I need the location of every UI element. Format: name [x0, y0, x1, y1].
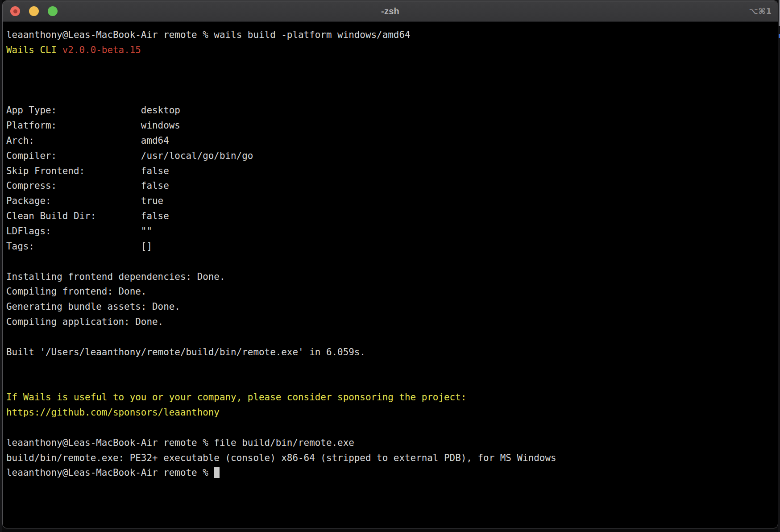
terminal-line: App Type: desktop [6, 103, 774, 118]
terminal-text: If Wails is useful to you or your compan… [6, 392, 466, 403]
terminal-text: leaanthony@Leas-MacBook-Air remote % [6, 467, 214, 478]
close-button[interactable] [10, 6, 20, 16]
terminal-text: Arch: amd64 [6, 135, 169, 146]
terminal-text: Compiling application: Done. [6, 316, 163, 327]
terminal-text: Installing frontend dependencies: Done. [6, 271, 225, 282]
terminal-line: If Wails is useful to you or your compan… [6, 390, 774, 405]
close-dot-icon [13, 9, 17, 13]
terminal-text: LDFlags: "" [6, 226, 152, 237]
terminal-line: leaanthony@Leas-MacBook-Air remote % [6, 466, 774, 481]
terminal-cursor [214, 467, 220, 478]
terminal-line: Clean Build Dir: false [6, 209, 774, 224]
terminal-line: Package: true [6, 194, 774, 209]
terminal-line: Arch: amd64 [6, 133, 774, 149]
terminal-text: Tags: [] [6, 241, 152, 252]
window-title: -zsh [381, 6, 399, 17]
tab-shortcut-label: ⌥⌘1 [749, 1, 772, 21]
terminal-line: Built '/Users/leaanthony/remote/build/bi… [6, 345, 774, 360]
terminal-line: Platform: windows [6, 118, 774, 133]
terminal-text: Compiling frontend: Done. [6, 286, 146, 297]
terminal-line: LDFlags: "" [6, 224, 774, 239]
terminal-line [6, 73, 774, 88]
terminal-text: leaanthony@Leas-MacBook-Air remote % fil… [6, 437, 354, 448]
terminal-text: https://github.com/sponsors/leaanthony [6, 407, 220, 418]
terminal-line: Generating bundle assets: Done. [6, 299, 774, 315]
terminal-line [6, 88, 774, 103]
terminal-line [6, 58, 774, 73]
terminal-text: leaanthony@Leas-MacBook-Air remote % wai… [6, 29, 411, 40]
terminal-text: v2.0.0-beta.15 [62, 45, 141, 55]
terminal-line: Wails CLI v2.0.0-beta.15 [6, 43, 774, 58]
background-window-sliver-right [778, 0, 780, 532]
terminal-text: Clean Build Dir: false [6, 211, 169, 221]
terminal-text: Wails CLI [6, 45, 62, 55]
terminal-line: Compiling application: Done. [6, 315, 774, 330]
terminal-line: leaanthony@Leas-MacBook-Air remote % wai… [6, 28, 774, 43]
terminal-text: Package: true [6, 195, 163, 206]
terminal-line: Tags: [] [6, 239, 774, 254]
terminal-line: https://github.com/sponsors/leaanthony [6, 405, 774, 420]
terminal-line [6, 375, 774, 390]
titlebar[interactable]: -zsh ⌥⌘1 [3, 1, 778, 22]
terminal-line: build/bin/remote.exe: PE32+ executable (… [6, 451, 774, 466]
terminal-line [6, 360, 774, 375]
terminal-line: Skip Frontend: false [6, 164, 774, 179]
terminal-screen[interactable]: leaanthony@Leas-MacBook-Air remote % wai… [3, 22, 778, 481]
terminal-text: Skip Frontend: false [6, 166, 169, 176]
terminal-line [6, 420, 774, 436]
zoom-button[interactable] [48, 6, 58, 16]
terminal-text: Platform: windows [6, 120, 180, 131]
traffic-lights [10, 1, 58, 21]
terminal-text: Compiler: /usr/local/go/bin/go [6, 150, 253, 161]
terminal-text: Generating bundle assets: Done. [6, 301, 180, 312]
terminal-line [6, 330, 774, 345]
terminal-text: Built '/Users/leaanthony/remote/build/bi… [6, 347, 365, 357]
terminal-line: Installing frontend dependencies: Done. [6, 270, 774, 285]
terminal-line [6, 254, 774, 270]
terminal-text: App Type: desktop [6, 105, 180, 116]
terminal-line: Compress: false [6, 179, 774, 194]
minimize-button[interactable] [29, 6, 39, 16]
terminal-line: Compiler: /usr/local/go/bin/go [6, 149, 774, 164]
terminal-text: Compress: false [6, 180, 169, 191]
terminal-text: build/bin/remote.exe: PE32+ executable (… [6, 453, 556, 463]
terminal-line: Compiling frontend: Done. [6, 284, 774, 299]
terminal-line: leaanthony@Leas-MacBook-Air remote % fil… [6, 436, 774, 451]
terminal-window: -zsh ⌥⌘1 leaanthony@Leas-MacBook-Air rem… [2, 0, 778, 528]
